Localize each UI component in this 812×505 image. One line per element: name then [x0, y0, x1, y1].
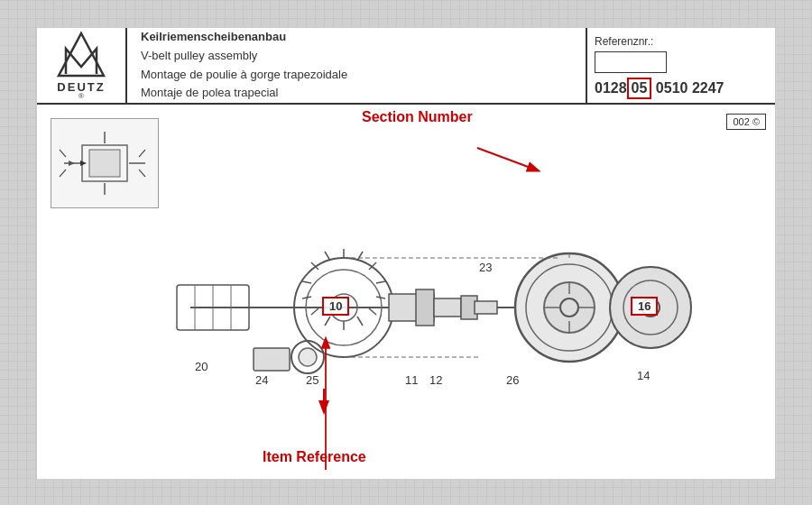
ref-number: 0128 05 0510 2247 [595, 78, 768, 99]
svg-point-53 [299, 348, 317, 366]
svg-line-30 [311, 308, 318, 315]
svg-text:14: 14 [637, 369, 650, 382]
svg-rect-48 [434, 298, 461, 317]
item-box-16: 16 [631, 297, 658, 316]
svg-rect-50 [475, 301, 497, 314]
title-line-3: Montage de poulie à gorge trapezoidale [141, 66, 572, 85]
svg-text:23: 23 [479, 261, 492, 274]
title-section: Keilriemenscheibenanbau V-belt pulley as… [127, 28, 586, 103]
svg-text:26: 26 [506, 373, 519, 387]
svg-line-27 [357, 317, 363, 326]
svg-line-24 [376, 281, 385, 283]
header-bar: DEUTZ ® Keilriemenscheibenanbau V-belt p… [37, 28, 775, 105]
svg-line-34 [325, 252, 330, 261]
svg-rect-51 [254, 348, 290, 371]
logo-section: DEUTZ ® [37, 28, 127, 103]
title-line-4: Montaje de polea trapecial [141, 84, 572, 103]
svg-text:11: 11 [405, 373, 418, 387]
item-box-10: 10 [322, 297, 349, 316]
svg-rect-47 [416, 289, 434, 326]
mechanical-drawing-svg: 20 24 25 11 12 23 26 14 [37, 105, 775, 479]
svg-text:25: 25 [306, 373, 318, 387]
svg-text:12: 12 [429, 373, 442, 387]
brand-reg: ® [78, 92, 84, 100]
main-container: DEUTZ ® Keilriemenscheibenanbau V-belt p… [36, 27, 776, 478]
title-line-1: Keilriemenscheibenanbau [141, 28, 572, 47]
svg-line-29 [325, 317, 330, 326]
deutz-logo: DEUTZ ® [57, 31, 106, 100]
svg-line-65 [477, 148, 538, 170]
title-line-2: V-belt pulley assembly [141, 47, 572, 66]
ref-prefix: 0128 [595, 80, 627, 96]
svg-line-31 [302, 297, 311, 298]
ref-box [595, 51, 667, 73]
ref-label: Referenznr.: [595, 35, 768, 48]
svg-line-32 [302, 281, 311, 283]
svg-line-22 [357, 252, 363, 261]
svg-line-25 [376, 297, 385, 298]
ref-section: Referenznr.: 0128 05 0510 2247 [586, 28, 775, 103]
ref-suffix: 0510 2247 [651, 80, 724, 96]
diagram-area: 002 © [37, 105, 775, 479]
svg-line-26 [369, 308, 376, 315]
svg-text:20: 20 [195, 360, 208, 373]
deutz-logo-svg [57, 31, 106, 80]
svg-text:24: 24 [255, 373, 268, 387]
ref-section-number: 05 [627, 78, 652, 99]
